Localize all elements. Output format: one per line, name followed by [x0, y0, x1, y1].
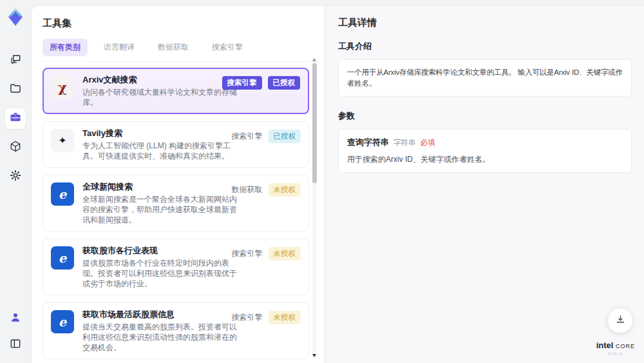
cube-icon	[9, 140, 22, 155]
tool-title: 获取市场最活跃股票信息	[82, 309, 238, 320]
tab-category-0[interactable]: 所有类别	[43, 39, 88, 56]
chat-icon	[9, 53, 22, 68]
param-required-badge: 必填	[421, 138, 435, 148]
app-window: 工具集 所有类别语言翻译数据获取搜索引擎 χArxiv文献搜索访问各个研究领域大…	[0, 0, 644, 363]
brand-primary: intel	[596, 340, 614, 350]
tool-card-3[interactable]: e获取股市各行业表现提供股票市场各个行业在特定时间段内的表现。投资者可以利用这些…	[43, 239, 309, 295]
sidebar-item-panel-toggle[interactable]	[5, 335, 26, 355]
tavily-icon: ✦	[51, 129, 74, 152]
tool-description: 访问各个研究领域大量科学论文和文章的存储库。	[82, 87, 238, 108]
param-box: 查询字符串 字符串 必填 用于搜索的Arxiv ID、关键字或作者姓名。	[338, 129, 632, 173]
tool-description: 提供股票市场各个行业在特定时间段内的表现。投资者可以利用这些信息来识别表现优于或…	[82, 258, 238, 289]
param-type: 字符串	[393, 138, 416, 148]
alpha-icon: e	[51, 310, 74, 333]
tool-description: 提供当天交易量最高的股票列表。投资者可以利用这些信息来识别流动性强的股票和潜在的…	[82, 322, 238, 353]
intro-heading: 工具介绍	[338, 41, 632, 52]
sidebar-bottom	[5, 308, 26, 363]
tool-title: Tavily搜索	[82, 128, 238, 139]
sidebar-item-user[interactable]	[5, 308, 26, 329]
folder-icon	[9, 82, 22, 97]
sidebar-item-chat[interactable]	[5, 50, 26, 71]
toolbox-icon	[9, 111, 22, 126]
arxiv-icon: χ	[51, 75, 74, 99]
sidebar	[0, 0, 31, 363]
authorization-status-badge: 未授权	[269, 183, 301, 197]
tool-list: χArxiv文献搜索访问各个研究领域大量科学论文和文章的存储库。搜索引擎已授权✦…	[43, 68, 309, 363]
page-title: 工具集	[43, 17, 325, 30]
authorization-status-badge: 已授权	[268, 76, 301, 90]
tab-category-1[interactable]: 语言翻译	[97, 39, 142, 56]
user-avatar-icon	[9, 311, 22, 326]
tool-badges: 搜索引擎未授权	[232, 310, 301, 325]
tool-title: 全球新闻搜索	[82, 181, 238, 192]
tool-badges: 搜索引擎已授权	[232, 129, 301, 144]
download-button[interactable]	[607, 308, 633, 333]
category-tabs: 所有类别语言翻译数据获取搜索引擎	[43, 39, 313, 62]
intro-text: 一个用于从Arxiv存储库搜索科学论文和文章的工具。 输入可以是Arxiv ID…	[347, 67, 623, 89]
category-badge: 数据获取	[232, 182, 263, 197]
download-icon	[615, 314, 626, 328]
tool-card-2[interactable]: e全球新闻搜索全球新闻搜索是一个聚合全球各大新闻网站内容的搜索引擎，帮助用户快速…	[43, 175, 309, 231]
param-name: 查询字符串	[347, 137, 389, 148]
tool-card-1[interactable]: ✦Tavily搜索专为人工智能代理 (LLM) 构建的搜索引擎工具。可快速提供实…	[43, 121, 309, 168]
sidebar-item-folder[interactable]	[5, 79, 26, 100]
tool-badges: 搜索引擎未授权	[232, 246, 301, 261]
tool-description: 全球新闻搜索是一个聚合全球各大新闻网站内容的搜索引擎，帮助用户快速获取全球最新资…	[82, 194, 238, 225]
tool-card-4[interactable]: e获取市场最活跃股票信息提供当天交易量最高的股票列表。投资者可以利用这些信息来识…	[43, 302, 309, 359]
app-logo-icon	[5, 6, 26, 27]
intro-box: 一个用于从Arxiv存储库搜索科学论文和文章的工具。 输入可以是Arxiv ID…	[338, 59, 632, 97]
alpha-icon: e	[51, 182, 74, 206]
intel-core-logo: intel core Ultra	[596, 341, 635, 358]
sidebar-item-cube[interactable]	[5, 137, 26, 158]
sidebar-item-toolbox[interactable]	[5, 108, 26, 129]
tab-category-3[interactable]: 搜索引擎	[205, 39, 250, 56]
sidebar-nav	[5, 50, 26, 187]
brand-sub: Ultra	[596, 349, 635, 358]
tool-badges: 搜索引擎已授权	[222, 76, 301, 90]
main-content: 工具集 所有类别语言翻译数据获取搜索引擎 χArxiv文献搜索访问各个研究领域大…	[31, 5, 644, 363]
param-header: 查询字符串 字符串 必填	[347, 137, 623, 148]
tool-description: 专为人工智能代理 (LLM) 构建的搜索引擎工具。可快速提供实时、准确和真实的结…	[82, 141, 238, 161]
category-badge: 搜索引擎	[222, 76, 262, 90]
scrollbar[interactable]	[312, 57, 317, 358]
detail-title: 工具详情	[338, 17, 632, 29]
tool-detail-panel: 工具详情 工具介绍 一个用于从Arxiv存储库搜索科学论文和文章的工具。 输入可…	[325, 6, 644, 363]
brand-secondary: core	[616, 340, 635, 350]
alpha-icon: e	[51, 246, 74, 270]
tool-title: 获取股市各行业表现	[82, 245, 238, 256]
tool-list-panel: 工具集 所有类别语言翻译数据获取搜索引擎 χArxiv文献搜索访问各个研究领域大…	[32, 6, 325, 363]
scrollbar-up-arrow-icon[interactable]	[312, 58, 316, 61]
panel-toggle-icon	[9, 337, 22, 353]
category-badge: 搜索引擎	[232, 129, 263, 144]
tool-title: Arxiv文献搜索	[82, 74, 238, 85]
params-heading: 参数	[338, 110, 632, 122]
authorization-status-badge: 未授权	[269, 247, 301, 260]
tool-card-0[interactable]: χArxiv文献搜索访问各个研究领域大量科学论文和文章的存储库。搜索引擎已授权	[43, 68, 309, 114]
authorization-status-badge: 已授权	[269, 130, 301, 143]
category-badge: 搜索引擎	[232, 310, 263, 325]
category-badge: 搜索引擎	[232, 246, 263, 261]
gear-icon	[9, 169, 22, 184]
param-description: 用于搜索的Arxiv ID、关键字或作者姓名。	[347, 154, 623, 165]
scrollbar-thumb[interactable]	[312, 63, 317, 183]
tool-badges: 数据获取未授权	[232, 182, 301, 197]
sidebar-item-settings[interactable]	[5, 166, 26, 187]
authorization-status-badge: 未授权	[269, 311, 301, 324]
scrollbar-down-arrow-icon[interactable]	[312, 354, 316, 357]
tab-category-2[interactable]: 数据获取	[151, 39, 196, 56]
